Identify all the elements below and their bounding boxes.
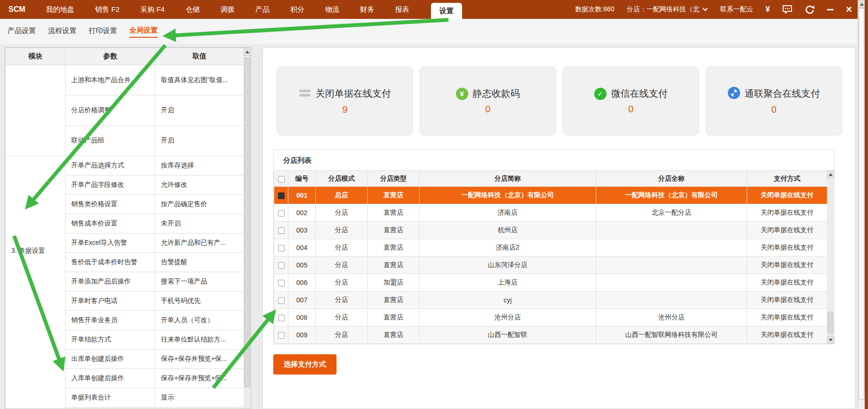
contact-link[interactable]: 联系一配云 xyxy=(720,5,753,14)
tab-3-active[interactable]: 全局设置 xyxy=(129,26,158,38)
branch-table-scrollbar[interactable] xyxy=(827,170,834,344)
menu-item-6[interactable]: 积分 xyxy=(290,5,304,14)
row-checkbox-007[interactable] xyxy=(278,297,285,304)
row-checkbox-004[interactable] xyxy=(278,245,285,251)
settings-row[interactable]: 3. 单据设置开单产品选择方式按库存选择 xyxy=(6,156,244,175)
branch-row-002[interactable]: 002分店直营店济南店北京一配分店关闭单据在线支付 xyxy=(274,204,827,222)
settings-table: 模块 参数 取值 上游和本地产品合并...取值具体见右图“取值...分店价格调整… xyxy=(5,48,244,409)
value-cell[interactable]: 取值具体见右图“取值... xyxy=(155,65,244,95)
menu-item-1[interactable]: 销售 F2 xyxy=(95,5,120,14)
minimize-icon[interactable] xyxy=(827,9,834,10)
branch-type: 加盟店 xyxy=(368,274,420,292)
column-header-parameter: 参数 xyxy=(66,48,155,65)
branch-row-004[interactable]: 004分店直营店济南店2关闭单据在线支付 xyxy=(274,239,827,257)
branch-payment-method: 关闭单据在线支付 xyxy=(747,292,827,309)
menu-item-2[interactable]: 采购 F4 xyxy=(140,5,165,14)
value-cell[interactable]: 告警提醒 xyxy=(155,253,244,272)
payment-method-cards: 关闭单据在线支付9¥静态收款码0✓微信在线支付0通联聚合在线支付0 xyxy=(277,67,842,135)
value-cell[interactable]: 往来单位默认结款方... xyxy=(155,330,244,350)
payment-card-0[interactable]: 关闭单据在线支付9 xyxy=(277,67,413,135)
row-checkbox-009[interactable] xyxy=(278,332,285,339)
payment-card-2[interactable]: ✓微信在线支付0 xyxy=(563,67,699,135)
scrollbar-thumb[interactable] xyxy=(244,57,250,387)
branch-type: 直营店 xyxy=(368,257,420,274)
branch-row-005[interactable]: 005分店直营店山东菏泽分店关闭单据在线支付 xyxy=(274,257,827,274)
card-label: 微信在线支付 xyxy=(611,87,668,100)
menu-item-8[interactable]: 财务 xyxy=(360,5,374,14)
branch-short-name: 济南店 xyxy=(420,204,596,222)
branch-row-006[interactable]: 006分店加盟店上海店关闭单据在线支付 xyxy=(274,274,827,292)
row-checkbox-008[interactable] xyxy=(278,315,285,321)
branch-full-name: 北京一配分店 xyxy=(596,204,747,222)
branch-row-007[interactable]: 007分店直营店cyj关闭单据在线支付 xyxy=(274,292,827,309)
value-cell[interactable]: 保存+保存并预览+保... xyxy=(155,350,244,369)
branch-short-name: 沧州分店 xyxy=(420,309,596,326)
parameter-cell: 售价低于成本价时告警 xyxy=(66,253,155,272)
value-cell[interactable]: 保存+保存并预览+保... xyxy=(155,369,244,388)
wechat-green-icon: ✓ xyxy=(594,88,607,100)
tab-2[interactable]: 打印设置 xyxy=(89,26,117,37)
parameter-cell: 销售类价格设置 xyxy=(66,195,155,214)
scroll-up-button[interactable] xyxy=(244,48,251,56)
close-icon[interactable]: × xyxy=(846,5,852,14)
value-cell[interactable]: 关闭单据在线支付 xyxy=(155,408,244,409)
settings-row[interactable]: 上游和本地产品合并...取值具体见右图“取值... xyxy=(6,65,244,95)
menu-item-4[interactable]: 调拨 xyxy=(220,5,235,14)
value-cell[interactable]: 按产品确定售价 xyxy=(155,195,244,214)
menu-item-3[interactable]: 仓储 xyxy=(185,5,200,14)
tab-1[interactable]: 流程设置 xyxy=(48,26,76,37)
refresh-icon[interactable] xyxy=(805,5,815,15)
value-cell[interactable]: 按库存选择 xyxy=(155,156,244,175)
column-header-payment: 支付方式 xyxy=(747,171,827,187)
chat-icon[interactable] xyxy=(782,5,792,14)
column-header-mode: 分店模式 xyxy=(316,171,368,187)
scroll-down-button[interactable] xyxy=(827,336,834,344)
branch-mode: 总店 xyxy=(316,187,368,204)
payment-card-1[interactable]: ¥静态收款码0 xyxy=(420,67,556,135)
card-label: 通联聚合在线支付 xyxy=(745,87,820,100)
branch-row-003[interactable]: 003分店直营店杭州店关闭单据在线支付 xyxy=(274,222,827,239)
scroll-up-button[interactable] xyxy=(827,170,834,178)
row-checkbox-003[interactable] xyxy=(278,227,285,234)
row-checkbox-006[interactable] xyxy=(278,280,285,286)
value-cell[interactable]: 显示 xyxy=(155,388,244,408)
choose-payment-method-button[interactable]: 选择支付方式 xyxy=(273,354,337,375)
data-count-label: 数据次数:860 xyxy=(575,5,614,14)
row-checkbox-005[interactable] xyxy=(278,262,285,269)
row-checkbox-001[interactable] xyxy=(278,192,285,199)
tab-0[interactable]: 产品设置 xyxy=(8,26,36,37)
value-cell[interactable]: 允许修改 xyxy=(155,175,244,195)
row-checkbox-002[interactable] xyxy=(278,210,285,217)
value-cell[interactable]: 手机号码优先 xyxy=(155,292,244,311)
value-cell[interactable]: 开启 xyxy=(155,125,244,156)
branch-row-008[interactable]: 008分店直营店沧州分店沧州分店关闭单据在线支付 xyxy=(274,309,827,326)
branch-mode: 分店 xyxy=(316,204,368,222)
menu-item-9[interactable]: 报表 xyxy=(395,5,409,14)
scroll-up-button[interactable] xyxy=(858,0,865,8)
menu-item-5[interactable]: 产品 xyxy=(255,5,270,14)
page-scrollbar[interactable] xyxy=(858,0,865,409)
value-cell[interactable]: 开单人员（可改） xyxy=(155,311,244,330)
left-panel-scrollbar[interactable] xyxy=(244,48,251,409)
menu-item-0[interactable]: 我的地盘 xyxy=(46,5,75,14)
scrollbar-thumb[interactable] xyxy=(827,312,834,334)
settings-table-header-row: 模块 参数 取值 xyxy=(6,48,244,65)
branch-row-009[interactable]: 009分店直营店山西一配智联山西一配智联网络科技有限公司关闭单据在线支付 xyxy=(274,326,827,344)
value-cell[interactable]: 未开启 xyxy=(155,214,244,234)
value-cell[interactable]: 搜索下一项产品 xyxy=(155,272,244,292)
currency-icon[interactable]: ¥ xyxy=(766,5,770,14)
branch-row-001[interactable]: 001总店直营店一配网络科技（北京）有限公司一配网络科技（北京）有限公司关闭单据… xyxy=(274,187,827,204)
chevron-down-icon xyxy=(702,8,708,11)
menu-item-7[interactable]: 物流 xyxy=(325,5,339,14)
menu-item-settings-active[interactable]: 设置 xyxy=(431,3,462,19)
scrollbar-thumb[interactable] xyxy=(859,8,864,400)
value-cell[interactable]: 开启 xyxy=(155,95,244,125)
column-header-short-name: 分店简称 xyxy=(420,171,596,187)
payment-card-3[interactable]: 通联聚合在线支付0 xyxy=(706,67,842,135)
value-cell[interactable]: 允许新产品和已有产... xyxy=(155,234,244,253)
branch-payment-method: 关闭单据在线支付 xyxy=(747,187,827,204)
select-all-checkbox[interactable] xyxy=(278,176,285,183)
branch-mode: 分店 xyxy=(316,222,368,239)
branch-no: 001 xyxy=(288,187,316,204)
branch-selector[interactable]: 分店：一配网络科技（北 xyxy=(627,5,708,14)
